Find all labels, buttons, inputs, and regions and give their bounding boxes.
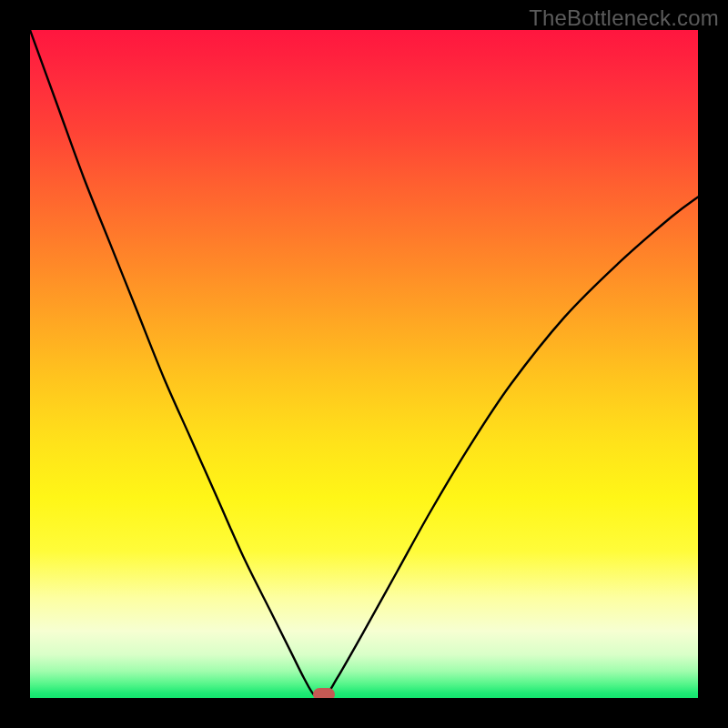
outer-frame: TheBottleneck.com bbox=[0, 0, 728, 728]
watermark-text: TheBottleneck.com bbox=[529, 5, 719, 31]
plot-area bbox=[30, 30, 698, 698]
optimal-marker bbox=[313, 688, 335, 698]
bottleneck-curve bbox=[30, 30, 698, 698]
